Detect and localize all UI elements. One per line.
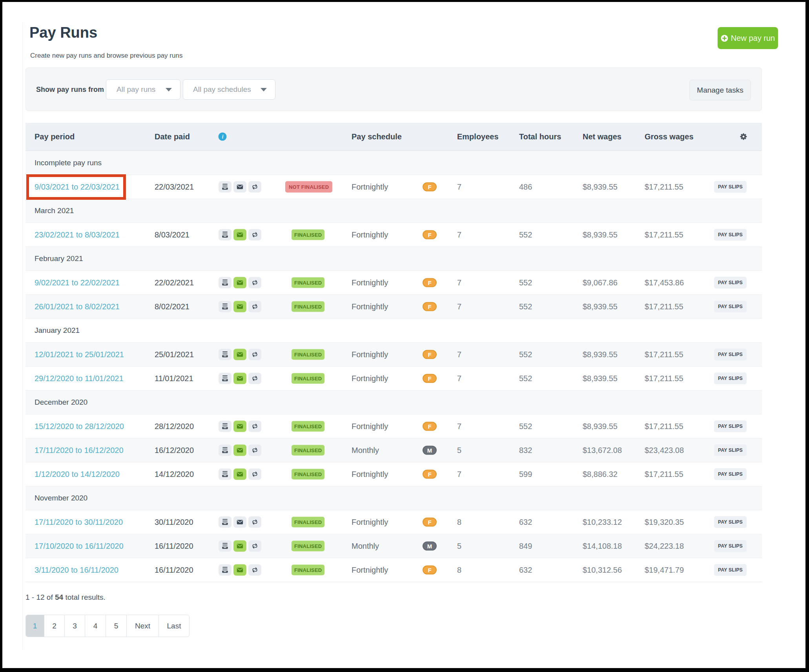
svg-text:i: i [222,133,223,140]
